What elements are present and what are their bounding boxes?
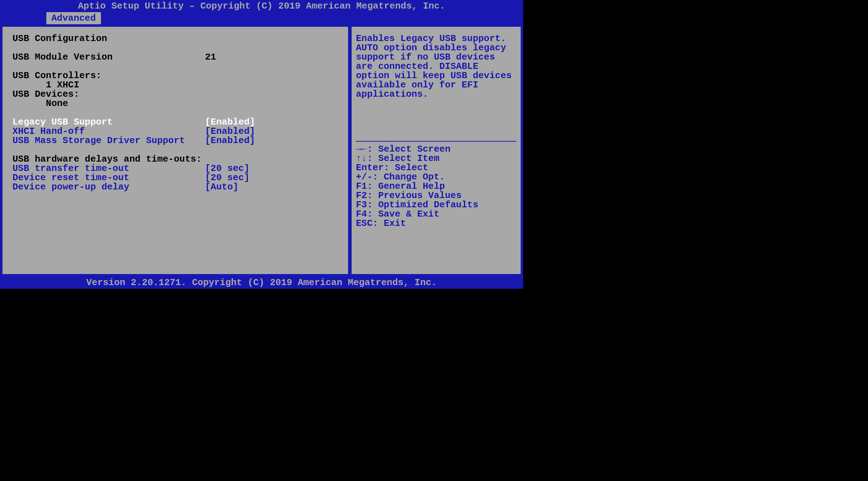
option-legacy-usb-support[interactable]: Legacy USB Support [Enabled] bbox=[12, 117, 338, 127]
option-usb-transfer-time-out[interactable]: USB transfer time-out [20 sec] bbox=[12, 164, 338, 173]
tab-advanced[interactable]: Advanced bbox=[46, 12, 101, 24]
option-value: [20 sec] bbox=[205, 173, 250, 182]
option-value: [Auto] bbox=[205, 182, 239, 192]
option-label: USB transfer time-out bbox=[12, 164, 205, 173]
devices-label: USB Devices: bbox=[12, 90, 338, 99]
section-heading: USB Configuration bbox=[12, 34, 338, 43]
header-title: Aptio Setup Utility – Copyright (C) 2019… bbox=[0, 0, 523, 12]
option-value: [Enabled] bbox=[205, 117, 255, 127]
controllers-value: 1 XHCI bbox=[12, 80, 338, 90]
option-usb-mass-storage-driver-support[interactable]: USB Mass Storage Driver Support [Enabled… bbox=[12, 136, 338, 145]
nav-select-item: ↑↓: Select Item bbox=[356, 154, 516, 163]
devices-value: None bbox=[12, 99, 338, 108]
nav-select-screen: →←: Select Screen bbox=[356, 145, 516, 154]
option-label: XHCI Hand-off bbox=[12, 127, 205, 136]
option-xhci-hand-off[interactable]: XHCI Hand-off [Enabled] bbox=[12, 127, 338, 136]
option-value: [Enabled] bbox=[205, 136, 255, 145]
tab-row: Advanced bbox=[0, 12, 523, 24]
help-text: Enables Legacy USB support. AUTO option … bbox=[356, 34, 516, 99]
option-label: Device power-up delay bbox=[12, 182, 205, 192]
option-value: [20 sec] bbox=[205, 164, 250, 173]
module-version-label: USB Module Version bbox=[12, 52, 205, 62]
option-label: Legacy USB Support bbox=[12, 117, 205, 127]
option-label: USB Mass Storage Driver Support bbox=[12, 136, 205, 145]
option-device-reset-time-out[interactable]: Device reset time-out [20 sec] bbox=[12, 173, 338, 182]
help-divider bbox=[356, 141, 516, 142]
option-device-power-up-delay[interactable]: Device power-up delay [Auto] bbox=[12, 182, 338, 192]
nav-general-help: F1: General Help bbox=[356, 182, 516, 191]
nav-previous-values: F2: Previous Values bbox=[356, 191, 516, 200]
nav-save-exit: F4: Save & Exit bbox=[356, 209, 516, 219]
nav-esc-exit: ESC: Exit bbox=[356, 219, 516, 228]
main-area: USB Configuration USB Module Version 21 … bbox=[0, 24, 523, 277]
timeouts-heading: USB hardware delays and time-outs: bbox=[12, 155, 338, 164]
module-version-value: 21 bbox=[205, 52, 216, 62]
option-label: Device reset time-out bbox=[12, 173, 205, 182]
footer-version: Version 2.20.1271. Copyright (C) 2019 Am… bbox=[0, 277, 523, 289]
bios-window: Aptio Setup Utility – Copyright (C) 2019… bbox=[0, 0, 523, 289]
nav-optimized-defaults: F3: Optimized Defaults bbox=[356, 200, 516, 209]
module-version-row: USB Module Version 21 bbox=[12, 52, 338, 62]
settings-panel: USB Configuration USB Module Version 21 … bbox=[1, 26, 349, 275]
nav-change-opt: +/-: Change Opt. bbox=[356, 172, 516, 182]
option-value: [Enabled] bbox=[205, 127, 255, 136]
help-panel: Enables Legacy USB support. AUTO option … bbox=[351, 26, 522, 275]
nav-enter-select: Enter: Select bbox=[356, 163, 516, 172]
controllers-label: USB Controllers: bbox=[12, 71, 338, 80]
